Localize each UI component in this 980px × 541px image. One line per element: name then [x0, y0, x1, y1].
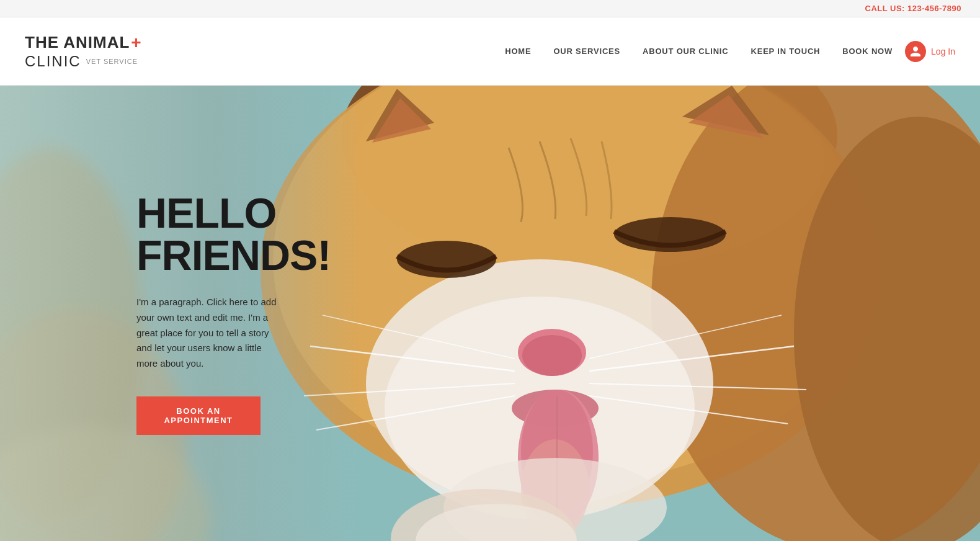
nav-keep-in-touch[interactable]: KEEP IN TOUCH [751, 47, 820, 56]
nav-home[interactable]: HOME [505, 47, 531, 56]
nav-our-services[interactable]: OUR SERVICES [553, 47, 620, 56]
header: THE ANIMAL+ CLINIC VET SERVICE HOME OUR … [0, 17, 980, 86]
login-area[interactable]: Log In [905, 41, 955, 62]
logo-line2: CLINIC VET SERVICE [25, 53, 142, 70]
logo-plus: + [131, 33, 141, 53]
hero-title: HELLO FRIENDS! [136, 192, 310, 276]
user-icon [905, 41, 926, 62]
main-nav: HOME OUR SERVICES ABOUT OUR CLINIC KEEP … [505, 47, 893, 56]
nav-about-our-clinic[interactable]: ABOUT OUR CLINIC [643, 47, 728, 56]
nav-book-now[interactable]: BOOK NOW [842, 47, 893, 56]
logo[interactable]: THE ANIMAL+ CLINIC VET SERVICE [25, 33, 142, 70]
book-appointment-button[interactable]: BOOK AN APPOINTMENT [136, 396, 261, 435]
hero-section: HELLO FRIENDS! I'm a paragraph. Click he… [0, 86, 980, 541]
login-label: Log In [931, 47, 955, 56]
hero-content: HELLO FRIENDS! I'm a paragraph. Click he… [0, 86, 347, 541]
phone-number: CALL US: 123-456-7890 [865, 4, 962, 13]
top-bar: CALL US: 123-456-7890 [0, 0, 980, 17]
hero-paragraph: I'm a paragraph. Click here to add your … [136, 295, 285, 372]
person-icon [909, 45, 922, 58]
logo-line1: THE ANIMAL+ [25, 33, 142, 53]
logo-subtitle: VET SERVICE [86, 58, 138, 65]
